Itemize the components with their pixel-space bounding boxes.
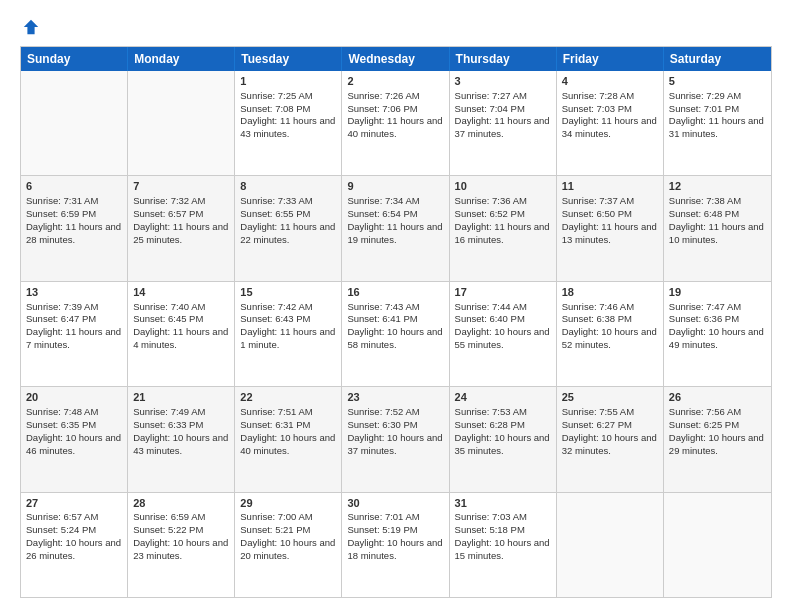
sunrise-text: Sunrise: 7:40 AM — [133, 301, 205, 312]
day-number: 24 — [455, 390, 551, 405]
day-number: 31 — [455, 496, 551, 511]
sunset-text: Sunset: 6:52 PM — [455, 208, 525, 219]
day-number: 1 — [240, 74, 336, 89]
week-row-5: 27Sunrise: 6:57 AMSunset: 5:24 PMDayligh… — [21, 492, 771, 597]
day-cell-15: 15Sunrise: 7:42 AMSunset: 6:43 PMDayligh… — [235, 282, 342, 386]
daylight-text: Daylight: 10 hours and 23 minutes. — [133, 537, 228, 561]
daylight-text: Daylight: 11 hours and 37 minutes. — [455, 115, 550, 139]
sunset-text: Sunset: 6:50 PM — [562, 208, 632, 219]
sunrise-text: Sunrise: 7:31 AM — [26, 195, 98, 206]
sunrise-text: Sunrise: 7:28 AM — [562, 90, 634, 101]
sunrise-text: Sunrise: 7:42 AM — [240, 301, 312, 312]
sunset-text: Sunset: 6:41 PM — [347, 313, 417, 324]
sunset-text: Sunset: 6:45 PM — [133, 313, 203, 324]
sunset-text: Sunset: 7:08 PM — [240, 103, 310, 114]
sunset-text: Sunset: 6:54 PM — [347, 208, 417, 219]
sunrise-text: Sunrise: 7:47 AM — [669, 301, 741, 312]
day-cell-11: 11Sunrise: 7:37 AMSunset: 6:50 PMDayligh… — [557, 176, 664, 280]
day-number: 26 — [669, 390, 766, 405]
sunrise-text: Sunrise: 7:03 AM — [455, 511, 527, 522]
sunrise-text: Sunrise: 7:39 AM — [26, 301, 98, 312]
day-cell-28: 28Sunrise: 6:59 AMSunset: 5:22 PMDayligh… — [128, 493, 235, 597]
sunset-text: Sunset: 6:48 PM — [669, 208, 739, 219]
daylight-text: Daylight: 11 hours and 10 minutes. — [669, 221, 764, 245]
sunrise-text: Sunrise: 7:29 AM — [669, 90, 741, 101]
day-cell-14: 14Sunrise: 7:40 AMSunset: 6:45 PMDayligh… — [128, 282, 235, 386]
sunset-text: Sunset: 6:25 PM — [669, 419, 739, 430]
sunset-text: Sunset: 7:01 PM — [669, 103, 739, 114]
day-number: 23 — [347, 390, 443, 405]
sunrise-text: Sunrise: 7:44 AM — [455, 301, 527, 312]
sunset-text: Sunset: 7:04 PM — [455, 103, 525, 114]
sunset-text: Sunset: 6:27 PM — [562, 419, 632, 430]
sunrise-text: Sunrise: 7:53 AM — [455, 406, 527, 417]
daylight-text: Daylight: 10 hours and 52 minutes. — [562, 326, 657, 350]
daylight-text: Daylight: 10 hours and 49 minutes. — [669, 326, 764, 350]
daylight-text: Daylight: 10 hours and 43 minutes. — [133, 432, 228, 456]
sunset-text: Sunset: 5:19 PM — [347, 524, 417, 535]
page: SundayMondayTuesdayWednesdayThursdayFrid… — [0, 0, 792, 612]
daylight-text: Daylight: 11 hours and 43 minutes. — [240, 115, 335, 139]
daylight-text: Daylight: 10 hours and 20 minutes. — [240, 537, 335, 561]
sunset-text: Sunset: 6:30 PM — [347, 419, 417, 430]
sunset-text: Sunset: 6:55 PM — [240, 208, 310, 219]
daylight-text: Daylight: 11 hours and 16 minutes. — [455, 221, 550, 245]
day-number: 19 — [669, 285, 766, 300]
day-cell-18: 18Sunrise: 7:46 AMSunset: 6:38 PMDayligh… — [557, 282, 664, 386]
day-number: 13 — [26, 285, 122, 300]
day-number: 18 — [562, 285, 658, 300]
sunrise-text: Sunrise: 7:36 AM — [455, 195, 527, 206]
daylight-text: Daylight: 11 hours and 7 minutes. — [26, 326, 121, 350]
day-number: 30 — [347, 496, 443, 511]
week-row-1: 1Sunrise: 7:25 AMSunset: 7:08 PMDaylight… — [21, 71, 771, 175]
day-cell-1: 1Sunrise: 7:25 AMSunset: 7:08 PMDaylight… — [235, 71, 342, 175]
sunset-text: Sunset: 5:22 PM — [133, 524, 203, 535]
sunrise-text: Sunrise: 7:52 AM — [347, 406, 419, 417]
sunset-text: Sunset: 5:24 PM — [26, 524, 96, 535]
sunset-text: Sunset: 6:31 PM — [240, 419, 310, 430]
calendar-header: SundayMondayTuesdayWednesdayThursdayFrid… — [21, 47, 771, 71]
day-cell-12: 12Sunrise: 7:38 AMSunset: 6:48 PMDayligh… — [664, 176, 771, 280]
daylight-text: Daylight: 11 hours and 40 minutes. — [347, 115, 442, 139]
sunset-text: Sunset: 6:40 PM — [455, 313, 525, 324]
daylight-text: Daylight: 11 hours and 13 minutes. — [562, 221, 657, 245]
sunrise-text: Sunrise: 7:46 AM — [562, 301, 634, 312]
sunrise-text: Sunrise: 7:38 AM — [669, 195, 741, 206]
day-of-week-sunday: Sunday — [21, 47, 128, 71]
day-cell-3: 3Sunrise: 7:27 AMSunset: 7:04 PMDaylight… — [450, 71, 557, 175]
empty-cell — [21, 71, 128, 175]
sunrise-text: Sunrise: 7:34 AM — [347, 195, 419, 206]
sunset-text: Sunset: 7:06 PM — [347, 103, 417, 114]
sunrise-text: Sunrise: 7:55 AM — [562, 406, 634, 417]
day-of-week-monday: Monday — [128, 47, 235, 71]
day-cell-19: 19Sunrise: 7:47 AMSunset: 6:36 PMDayligh… — [664, 282, 771, 386]
svg-marker-0 — [24, 20, 38, 34]
header — [20, 18, 772, 36]
sunset-text: Sunset: 6:28 PM — [455, 419, 525, 430]
day-number: 2 — [347, 74, 443, 89]
day-number: 14 — [133, 285, 229, 300]
sunrise-text: Sunrise: 7:26 AM — [347, 90, 419, 101]
day-cell-2: 2Sunrise: 7:26 AMSunset: 7:06 PMDaylight… — [342, 71, 449, 175]
sunset-text: Sunset: 5:21 PM — [240, 524, 310, 535]
daylight-text: Daylight: 10 hours and 35 minutes. — [455, 432, 550, 456]
daylight-text: Daylight: 10 hours and 58 minutes. — [347, 326, 442, 350]
day-cell-4: 4Sunrise: 7:28 AMSunset: 7:03 PMDaylight… — [557, 71, 664, 175]
empty-cell — [128, 71, 235, 175]
day-of-week-friday: Friday — [557, 47, 664, 71]
sunrise-text: Sunrise: 7:48 AM — [26, 406, 98, 417]
sunset-text: Sunset: 6:38 PM — [562, 313, 632, 324]
daylight-text: Daylight: 10 hours and 32 minutes. — [562, 432, 657, 456]
daylight-text: Daylight: 10 hours and 46 minutes. — [26, 432, 121, 456]
day-number: 11 — [562, 179, 658, 194]
day-cell-9: 9Sunrise: 7:34 AMSunset: 6:54 PMDaylight… — [342, 176, 449, 280]
daylight-text: Daylight: 11 hours and 28 minutes. — [26, 221, 121, 245]
day-of-week-thursday: Thursday — [450, 47, 557, 71]
sunrise-text: Sunrise: 7:01 AM — [347, 511, 419, 522]
day-cell-7: 7Sunrise: 7:32 AMSunset: 6:57 PMDaylight… — [128, 176, 235, 280]
sunset-text: Sunset: 6:33 PM — [133, 419, 203, 430]
sunrise-text: Sunrise: 7:27 AM — [455, 90, 527, 101]
day-number: 17 — [455, 285, 551, 300]
day-cell-24: 24Sunrise: 7:53 AMSunset: 6:28 PMDayligh… — [450, 387, 557, 491]
daylight-text: Daylight: 10 hours and 18 minutes. — [347, 537, 442, 561]
